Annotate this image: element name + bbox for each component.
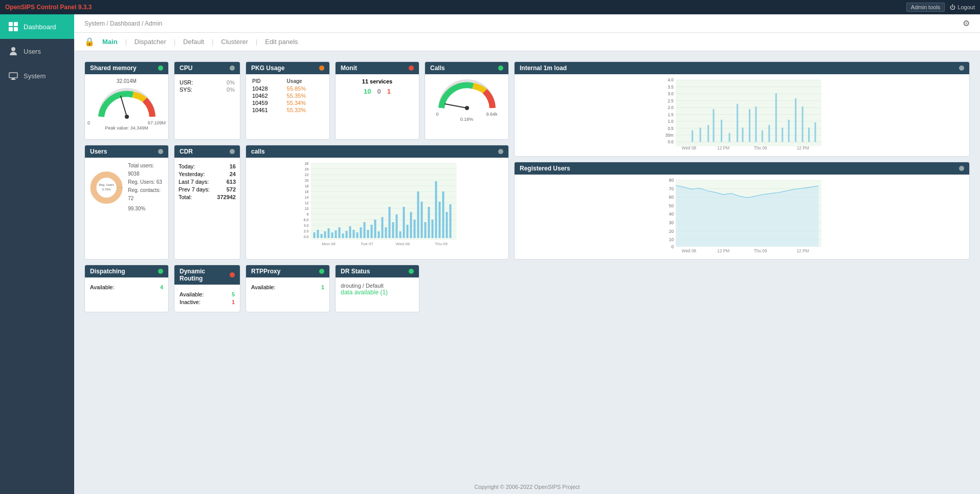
svg-text:0.0: 0.0	[304, 235, 309, 239]
svg-line-8	[121, 96, 127, 117]
svg-rect-127	[364, 222, 366, 238]
sidebar-users-label: Users	[24, 48, 41, 55]
calls-chart-card: calls	[246, 145, 509, 260]
rtpproxy-card: RTPProxy Available: 1	[246, 265, 330, 312]
pkg-table-row: 1046255.35%	[250, 92, 325, 99]
svg-rect-41	[749, 109, 750, 142]
admin-tools-button[interactable]: Admin tools	[906, 3, 945, 12]
tab-dispatcher[interactable]: Dispatcher	[135, 38, 166, 46]
svg-text:Thu 09: Thu 09	[754, 249, 767, 253]
calls-chart-title: calls	[251, 148, 265, 155]
cdr-title: CDR	[180, 148, 193, 155]
users-icon	[8, 46, 18, 56]
right-panel: Internal 1m load	[514, 61, 970, 260]
svg-text:14: 14	[305, 196, 309, 199]
svg-text:22: 22	[305, 173, 309, 177]
calls-gauge-card: Calls 0	[425, 61, 509, 140]
app-title: OpenSIPS Control Panel 9.3.3	[5, 4, 92, 11]
cdr-today-label: Today:	[179, 163, 195, 169]
dr-inactive-val: 1	[232, 299, 235, 305]
svg-rect-145	[428, 207, 430, 238]
cpu-status	[230, 66, 235, 71]
svg-rect-140	[410, 212, 412, 238]
svg-text:3.0: 3.0	[667, 92, 674, 96]
svg-text:10: 10	[305, 207, 309, 210]
svg-rect-38	[729, 133, 730, 142]
pkg-table-row: 1042855.85%	[250, 85, 325, 92]
settings-icon[interactable]: ⚙	[963, 18, 970, 28]
sidebar-item-users[interactable]: Users	[0, 39, 74, 63]
dr-status-status	[409, 269, 414, 274]
rtpproxy-available-label: Available:	[251, 284, 276, 290]
svg-point-11	[465, 106, 469, 110]
calls-chart-svg: 26 24 22 20 18 16 14 12 10 8 6.0 4.0	[250, 161, 504, 248]
svg-rect-142	[417, 191, 419, 238]
monit-services: 11 services	[340, 78, 415, 84]
tab-main[interactable]: Main	[102, 38, 118, 46]
svg-text:6.0: 6.0	[304, 218, 309, 222]
monit-status	[409, 66, 414, 71]
users-status	[158, 149, 163, 154]
svg-text:20: 20	[305, 179, 309, 182]
svg-rect-36	[713, 109, 715, 142]
shared-memory-value: 32.014M	[117, 78, 137, 84]
sidebar-item-dashboard[interactable]: Dashboard	[0, 14, 74, 39]
svg-text:24: 24	[305, 167, 309, 171]
cpu-usr: 0%	[227, 79, 235, 85]
dr-data-link[interactable]: data available (1)	[341, 289, 414, 296]
svg-rect-115	[321, 234, 323, 238]
pkg-usage-status	[319, 66, 324, 71]
svg-rect-40	[742, 127, 744, 142]
cdr-today-val: 16	[230, 163, 236, 169]
svg-text:1.0: 1.0	[667, 119, 674, 124]
pkg-table: PID Usage 1042855.85%1046255.35%1045955.…	[250, 77, 325, 114]
users-donut-chart: Reg. Users 0.70%	[89, 168, 124, 207]
svg-rect-146	[432, 220, 434, 238]
svg-rect-149	[442, 191, 444, 238]
gauge-min: 0	[87, 120, 90, 125]
svg-rect-126	[360, 227, 362, 238]
svg-rect-114	[317, 230, 319, 238]
cpu-title: CPU	[180, 65, 192, 72]
dr-status-title: DR Status	[341, 268, 370, 275]
svg-rect-49	[802, 106, 804, 142]
svg-text:60: 60	[669, 195, 674, 200]
svg-rect-33	[692, 131, 693, 142]
tab-edit-panels[interactable]: Edit panels	[265, 38, 298, 46]
svg-text:0.5: 0.5	[667, 126, 674, 131]
pkg-usage-val: 55.85%	[285, 85, 325, 92]
cdr-yesterday-label: Yesterday:	[179, 171, 205, 177]
svg-rect-132	[382, 217, 384, 238]
dynamic-routing-title: Dynamic Routing	[180, 268, 230, 282]
svg-rect-0	[9, 22, 13, 26]
footer: Copyright © 2006-2022 OpenSIPS Project	[74, 480, 980, 494]
svg-text:40: 40	[669, 212, 674, 217]
svg-rect-135	[392, 222, 394, 238]
svg-text:2.0: 2.0	[304, 229, 309, 233]
pkg-usage-val: 55.33%	[285, 106, 325, 114]
shared-memory-card: Shared memory 32.014M	[84, 61, 169, 140]
dr-available-label: Available:	[180, 291, 204, 297]
pkg-usage-val: 55.34%	[285, 99, 325, 106]
svg-rect-48	[795, 98, 796, 142]
dispatching-card: Dispatching Available: 4	[84, 265, 169, 312]
svg-rect-139	[407, 225, 409, 238]
pkg-pid: 10459	[250, 99, 285, 106]
cdr-yesterday-val: 24	[230, 171, 236, 177]
svg-rect-119	[335, 230, 337, 238]
svg-text:70: 70	[669, 187, 674, 191]
cdr-total-val: 372942	[217, 194, 236, 200]
sidebar-item-system[interactable]: System	[0, 63, 74, 88]
tab-clusterer[interactable]: Clusterer	[221, 38, 248, 46]
svg-rect-128	[367, 230, 369, 238]
tab-default[interactable]: Default	[183, 38, 204, 46]
internal-load-status	[959, 66, 964, 71]
shared-memory-status	[158, 66, 163, 71]
pkg-table-row: 1045955.34%	[250, 99, 325, 106]
users-stats: Total users: 9038 Reg. Users: 63 Reg. co…	[128, 162, 164, 213]
svg-rect-84	[311, 163, 457, 240]
logout-button[interactable]: ⏻ Logout	[950, 4, 975, 10]
svg-text:Thu 09: Thu 09	[754, 146, 767, 151]
svg-text:Wed 08: Wed 08	[396, 242, 410, 246]
svg-rect-39	[737, 104, 738, 142]
